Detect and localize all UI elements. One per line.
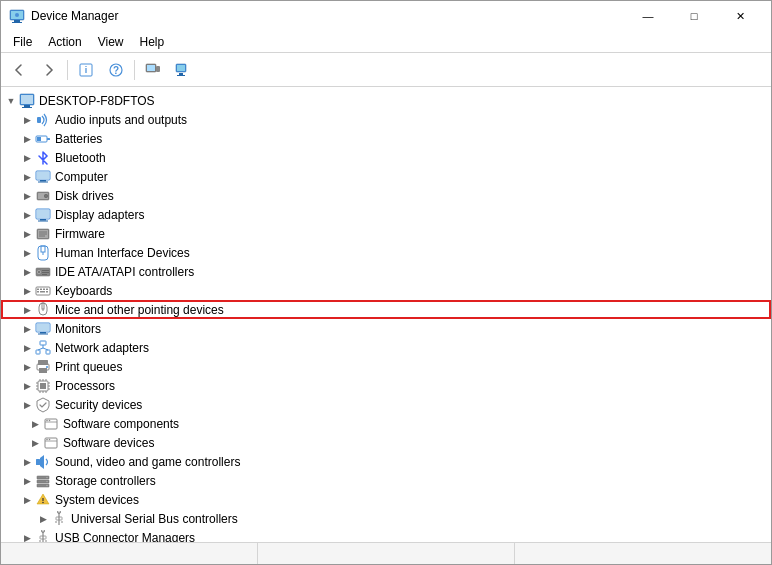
tree-item-software-dev[interactable]: Software devices bbox=[1, 433, 771, 452]
storage-icon bbox=[35, 473, 51, 489]
bluetooth-toggle[interactable] bbox=[19, 148, 35, 167]
svg-point-105 bbox=[42, 501, 44, 503]
software-comp-label: Software components bbox=[63, 417, 179, 431]
ide-toggle[interactable] bbox=[19, 262, 35, 281]
software-comp-icon bbox=[43, 416, 59, 432]
back-button[interactable] bbox=[5, 57, 33, 83]
computer-toggle[interactable] bbox=[19, 167, 35, 186]
svg-rect-19 bbox=[22, 107, 32, 108]
svg-rect-59 bbox=[42, 303, 44, 309]
computer-label: Computer bbox=[55, 170, 108, 184]
batteries-toggle[interactable] bbox=[19, 129, 35, 148]
tree-item-usb-conn[interactable]: USB Connector Managers bbox=[1, 528, 771, 542]
keyboards-toggle[interactable] bbox=[19, 281, 35, 300]
tree-item-ide[interactable]: IDE ATA/ATAPI controllers bbox=[1, 262, 771, 281]
svg-rect-15 bbox=[177, 75, 185, 76]
title-bar: Device Manager — □ ✕ bbox=[1, 1, 771, 31]
close-button[interactable]: ✕ bbox=[717, 1, 763, 31]
svg-rect-2 bbox=[12, 22, 22, 23]
tree-item-storage[interactable]: Storage controllers bbox=[1, 471, 771, 490]
device-manager-window: Device Manager — □ ✕ File Action View He… bbox=[0, 0, 772, 565]
minimize-button[interactable]: — bbox=[625, 1, 671, 31]
sound-toggle[interactable] bbox=[19, 452, 35, 471]
svg-rect-48 bbox=[42, 272, 49, 273]
computer-icon2 bbox=[35, 169, 51, 185]
tree-item-monitors[interactable]: Monitors bbox=[1, 319, 771, 338]
menu-bar: File Action View Help bbox=[1, 31, 771, 53]
disk-toggle[interactable] bbox=[19, 186, 35, 205]
window-title: Device Manager bbox=[31, 9, 625, 23]
software-comp-toggle[interactable] bbox=[27, 414, 43, 433]
usb-conn-label: USB Connector Managers bbox=[55, 531, 195, 543]
tree-item-system[interactable]: System devices bbox=[1, 490, 771, 509]
scan-button[interactable] bbox=[139, 57, 167, 83]
svg-rect-63 bbox=[40, 332, 46, 334]
computer-icon bbox=[19, 93, 35, 109]
hid-icon bbox=[35, 245, 51, 261]
monitors-toggle[interactable] bbox=[19, 319, 35, 338]
status-segment-2 bbox=[258, 543, 515, 564]
tree-root[interactable]: DESKTOP-F8DFTOS bbox=[1, 91, 771, 110]
firmware-toggle[interactable] bbox=[19, 224, 35, 243]
audio-toggle[interactable] bbox=[19, 110, 35, 129]
tree-item-computer[interactable]: Computer bbox=[1, 167, 771, 186]
tree-item-hid[interactable]: Human Interface Devices bbox=[1, 243, 771, 262]
tree-item-keyboards[interactable]: Keyboards bbox=[1, 281, 771, 300]
tree-item-disk[interactable]: Disk drives bbox=[1, 186, 771, 205]
tree-item-bluetooth[interactable]: Bluetooth bbox=[1, 148, 771, 167]
usb-conn-icon bbox=[35, 530, 51, 543]
toolbar-sep-1 bbox=[67, 60, 68, 80]
tree-item-display[interactable]: Display adapters bbox=[1, 205, 771, 224]
security-toggle[interactable] bbox=[19, 395, 35, 414]
root-label: DESKTOP-F8DFTOS bbox=[39, 94, 155, 108]
tree-item-sound[interactable]: Sound, video and game controllers bbox=[1, 452, 771, 471]
tree-item-processors[interactable]: Processors bbox=[1, 376, 771, 395]
menu-file[interactable]: File bbox=[5, 31, 40, 53]
print-label: Print queues bbox=[55, 360, 122, 374]
svg-text:?: ? bbox=[113, 65, 119, 76]
monitors-icon bbox=[35, 321, 51, 337]
status-segment-1 bbox=[1, 543, 258, 564]
tree-item-audio[interactable]: Audio inputs and outputs bbox=[1, 110, 771, 129]
software-dev-toggle[interactable] bbox=[27, 433, 43, 452]
svg-rect-64 bbox=[38, 333, 48, 334]
show-all-button[interactable] bbox=[169, 57, 197, 83]
properties-button[interactable]: i bbox=[72, 57, 100, 83]
audio-icon bbox=[35, 112, 51, 128]
svg-rect-66 bbox=[36, 350, 40, 354]
forward-button[interactable] bbox=[35, 57, 63, 83]
svg-rect-35 bbox=[38, 220, 48, 221]
update-driver-button[interactable]: ? bbox=[102, 57, 130, 83]
menu-view[interactable]: View bbox=[90, 31, 132, 53]
svg-rect-56 bbox=[40, 291, 45, 293]
svg-point-91 bbox=[46, 419, 48, 421]
mice-toggle[interactable] bbox=[19, 300, 35, 319]
display-toggle[interactable] bbox=[19, 205, 35, 224]
root-toggle[interactable] bbox=[3, 91, 19, 110]
tree-item-firmware[interactable]: Firmware bbox=[1, 224, 771, 243]
usb-conn-toggle[interactable] bbox=[19, 528, 35, 542]
hid-toggle[interactable] bbox=[19, 243, 35, 262]
tree-item-mice[interactable]: Mice and other pointing devices bbox=[1, 300, 771, 319]
print-toggle[interactable] bbox=[19, 357, 35, 376]
tree-item-print[interactable]: Print queues bbox=[1, 357, 771, 376]
svg-point-95 bbox=[46, 438, 48, 440]
display-icon bbox=[35, 207, 51, 223]
tree-item-security[interactable]: Security devices bbox=[1, 395, 771, 414]
svg-point-96 bbox=[49, 438, 51, 440]
usb-toggle[interactable] bbox=[35, 509, 51, 528]
tree-item-network[interactable]: Network adapters bbox=[1, 338, 771, 357]
system-toggle[interactable] bbox=[19, 490, 35, 509]
menu-action[interactable]: Action bbox=[40, 31, 89, 53]
storage-toggle[interactable] bbox=[19, 471, 35, 490]
svg-rect-10 bbox=[147, 65, 155, 71]
network-toggle[interactable] bbox=[19, 338, 35, 357]
svg-rect-18 bbox=[24, 105, 30, 107]
tree-item-software-comp[interactable]: Software components bbox=[1, 414, 771, 433]
processors-toggle[interactable] bbox=[19, 376, 35, 395]
maximize-button[interactable]: □ bbox=[671, 1, 717, 31]
hid-label: Human Interface Devices bbox=[55, 246, 190, 260]
menu-help[interactable]: Help bbox=[132, 31, 173, 53]
tree-item-usb[interactable]: Universal Serial Bus controllers bbox=[1, 509, 771, 528]
tree-item-batteries[interactable]: Batteries bbox=[1, 129, 771, 148]
